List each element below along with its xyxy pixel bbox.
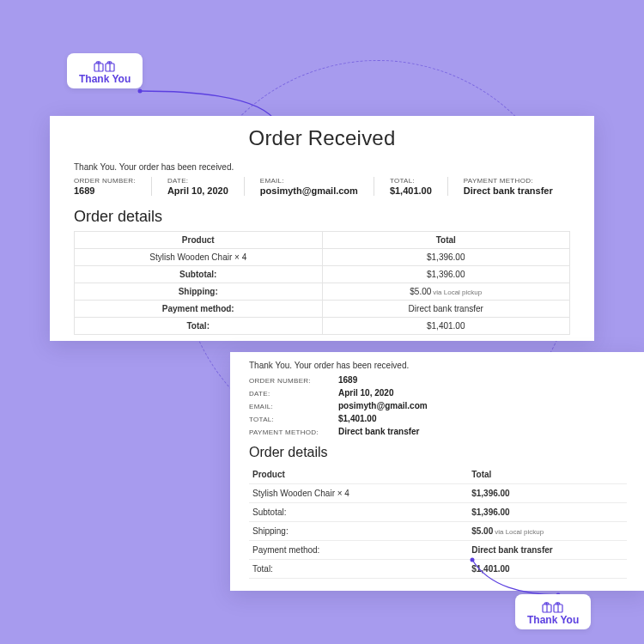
table-row: Payment method: Direct bank transfer xyxy=(75,301,570,318)
order-received-card-wide: Order Received Thank You. Your order has… xyxy=(50,116,594,341)
table-header-row: Product Total xyxy=(249,465,627,484)
table-row: Payment method: Direct bank transfer xyxy=(249,541,627,560)
order-details-heading: Order details xyxy=(74,208,570,226)
meta-total: TOTAL: $1,401.00 xyxy=(249,414,627,423)
meta-total: TOTAL: $1,401.00 xyxy=(390,177,448,196)
meta-date: DATE: April 10, 2020 xyxy=(249,388,627,398)
order-meta-row: ORDER NUMBER: 1689 DATE: April 10, 2020 … xyxy=(74,177,570,196)
meta-order-number: ORDER NUMBER: 1689 xyxy=(74,177,152,196)
thank-you-tag-bottom: Thank You xyxy=(515,594,591,629)
order-details-heading: Order details xyxy=(249,445,627,460)
svg-point-4 xyxy=(138,89,143,94)
meta-email: EMAIL: posimyth@gmail.com xyxy=(249,401,627,410)
order-details-table: Product Total Stylish Wooden Chair × 4 $… xyxy=(74,231,570,335)
gift-icon xyxy=(542,599,564,613)
order-details-table: Product Total Stylish Wooden Chair × 4 $… xyxy=(249,465,627,579)
table-row: Total: $1,401.00 xyxy=(249,560,627,579)
meta-email: EMAIL: posimyth@gmail.com xyxy=(260,177,374,196)
th-total: Total xyxy=(468,465,627,484)
meta-payment-method: PAYMENT METHOD: Direct bank transfer xyxy=(464,177,568,196)
thank-you-message: Thank You. Your order has been received. xyxy=(74,162,570,172)
th-product: Product xyxy=(75,232,323,249)
table-row: Shipping: $5.00via Local pickup xyxy=(249,522,627,541)
order-received-card-narrow: Thank You. Your order has been received.… xyxy=(230,352,644,591)
th-total: Total xyxy=(322,232,570,249)
meta-payment-method: PAYMENT METHOD: Direct bank transfer xyxy=(249,427,627,436)
table-row: Stylish Wooden Chair × 4 $1,396.00 xyxy=(249,484,627,503)
table-row: Total: $1,401.00 xyxy=(75,318,570,335)
table-header-row: Product Total xyxy=(75,232,570,249)
table-row: Subtotal: $1,396.00 xyxy=(249,503,627,522)
order-meta-stack: ORDER NUMBER: 1689 DATE: April 10, 2020 … xyxy=(249,375,627,436)
gift-icon xyxy=(94,58,116,72)
meta-order-number: ORDER NUMBER: 1689 xyxy=(249,375,627,385)
tag-label: Thank You xyxy=(79,73,131,85)
table-row: Shipping: $5.00via Local pickup xyxy=(75,283,570,301)
meta-date: DATE: April 10, 2020 xyxy=(167,177,245,196)
thank-you-message: Thank You. Your order has been received. xyxy=(249,361,627,370)
tag-label: Thank You xyxy=(527,614,579,626)
th-product: Product xyxy=(249,465,468,484)
table-row: Subtotal: $1,396.00 xyxy=(75,266,570,283)
thank-you-tag-top: Thank You xyxy=(67,53,143,88)
page-title: Order Received xyxy=(74,126,570,150)
table-row: Stylish Wooden Chair × 4 $1,396.00 xyxy=(75,249,570,266)
